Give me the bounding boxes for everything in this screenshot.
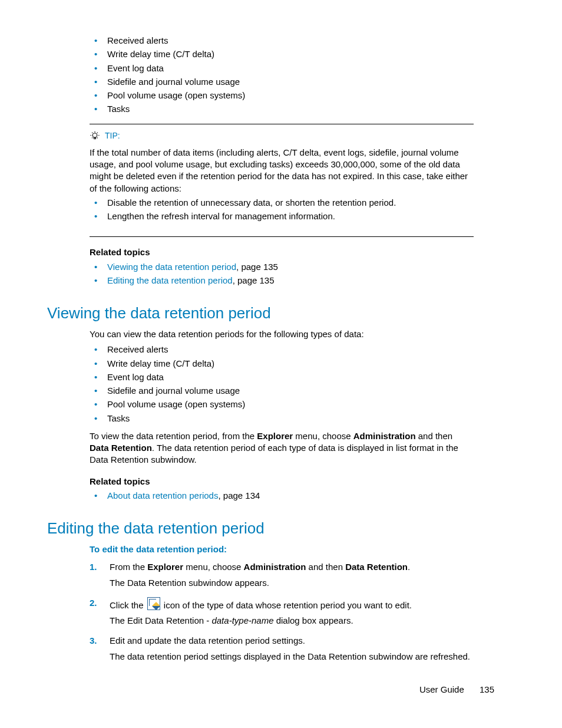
list-item: Sidefile and journal volume usage [94, 76, 474, 88]
related-topics-label: Related topics [90, 246, 474, 258]
list-item-text: Event log data [107, 372, 164, 382]
text: and then [306, 562, 345, 572]
text: . [408, 562, 410, 572]
list-item-text: Write delay time (C/T delta) [107, 49, 214, 59]
list-item: Pool volume usage (open systems) [94, 90, 474, 101]
tip-bullet-list: Disable the retention of unnecessary dat… [94, 197, 474, 223]
list-item-text: Tasks [107, 413, 130, 423]
text: menu, choose [293, 431, 353, 441]
text: icon of the type of data whose retention… [161, 600, 412, 610]
text: From the [110, 562, 147, 572]
list-item-text: Pool volume usage (open systems) [107, 90, 245, 100]
list-item-text: Write delay time (C/T delta) [107, 358, 214, 368]
step-result: The Edit Data Retention - data-type-name… [110, 615, 474, 627]
page: Received alerts Write delay time (C/T de… [0, 0, 562, 728]
heading-editing: Editing the data retention period [47, 518, 474, 539]
list-item: Lengthen the refresh interval for manage… [94, 210, 474, 222]
list-item: Editing the data retention period, page … [94, 275, 474, 286]
text: and then [416, 431, 453, 441]
list-item-text: Event log data [107, 63, 164, 73]
link-about-retention[interactable]: About data retention periods [107, 490, 218, 500]
list-item-text: Sidefile and journal volume usage [107, 386, 240, 396]
heading-viewing: Viewing the data retention period [47, 303, 474, 324]
list-item: Event log data [94, 62, 474, 74]
link-viewing-retention[interactable]: Viewing the data retention period [107, 262, 236, 272]
related-topics-label: Related topics [90, 476, 474, 487]
svg-line-6 [92, 137, 92, 138]
related-topics-list: Viewing the data retention period, page … [94, 261, 474, 287]
list-item: Write delay time (C/T delta) [94, 358, 474, 370]
link-editing-retention[interactable]: Editing the data retention period [107, 275, 233, 285]
list-item-text: Tasks [107, 104, 130, 114]
lightbulb-icon [90, 131, 101, 144]
viewing-intro: You can view the data retention periods … [90, 328, 474, 340]
related-topics-list: About data retention periods, page 134 [94, 490, 474, 502]
svg-line-4 [92, 132, 92, 133]
text: Click the [110, 600, 146, 610]
viewing-instruction: To view the data retention period, from … [90, 430, 474, 466]
svg-line-7 [97, 137, 98, 138]
menu-data-retention: Data Retention [90, 443, 152, 453]
link-suffix: , page 135 [233, 275, 275, 285]
list-item-text: Received alerts [107, 344, 168, 354]
step-3: Edit and update the data retention perio… [90, 635, 474, 663]
link-suffix: , page 135 [236, 262, 278, 272]
list-item: Event log data [94, 371, 474, 383]
list-item: Disable the retention of unnecessary dat… [94, 197, 474, 209]
tip-label: TIP: [105, 130, 120, 141]
menu-data-retention: Data Retention [345, 562, 408, 572]
list-item: Viewing the data retention period, page … [94, 261, 474, 273]
menu-explorer: Explorer [257, 431, 293, 441]
list-item-text: Sidefile and journal volume usage [107, 77, 240, 87]
list-item: Sidefile and journal volume usage [94, 385, 474, 397]
edit-icon [147, 597, 160, 610]
step-1: From the Explorer menu, choose Administr… [90, 561, 474, 589]
tip-text: If the total number of data items (inclu… [90, 147, 474, 195]
list-item: Received alerts [94, 35, 474, 47]
list-item-text: Received alerts [107, 35, 168, 45]
step-result: The Data Retention subwindow appears. [110, 577, 474, 589]
menu-administration: Administration [353, 431, 416, 441]
tip-body: If the total number of data items (inclu… [90, 147, 474, 223]
viewing-bullet-list: Received alerts Write delay time (C/T de… [94, 344, 474, 424]
text: To view the data retention period, from … [90, 431, 257, 441]
text: dialog box appears. [274, 615, 353, 625]
text: The Edit Data Retention - [110, 615, 211, 625]
list-item: Received alerts [94, 344, 474, 355]
menu-administration: Administration [244, 562, 306, 572]
step-2: Click the icon of the type of data whose… [90, 597, 474, 627]
doc-title: User Guide [419, 684, 464, 694]
step-result: The data retention period settings displ… [110, 651, 474, 663]
list-item: Pool volume usage (open systems) [94, 398, 474, 410]
list-item: Write delay time (C/T delta) [94, 48, 474, 60]
list-item-text: Pool volume usage (open systems) [107, 399, 245, 409]
page-footer: User Guide 135 [419, 684, 494, 696]
list-item: Tasks [94, 103, 474, 115]
tip-box: TIP: If the total number of data items (… [90, 124, 474, 238]
list-item-text: Lengthen the refresh interval for manage… [107, 211, 335, 221]
list-item-text: Disable the retention of unnecessary dat… [107, 197, 396, 207]
procedure-title: To edit the data retention period: [90, 543, 474, 555]
page-number: 135 [480, 684, 494, 694]
text: menu, choose [183, 562, 244, 572]
list-item: Tasks [94, 413, 474, 424]
list-item: About data retention periods, page 134 [94, 490, 474, 502]
intro-bullet-list: Received alerts Write delay time (C/T de… [94, 35, 474, 116]
link-suffix: , page 134 [218, 490, 260, 500]
text: Edit and update the data retention perio… [110, 635, 305, 645]
procedure-steps: From the Explorer menu, choose Administr… [90, 561, 474, 663]
placeholder-data-type-name: data-type-name [211, 615, 273, 625]
menu-explorer: Explorer [147, 562, 183, 572]
svg-rect-8 [94, 137, 96, 139]
svg-point-0 [92, 133, 97, 137]
svg-line-5 [97, 132, 98, 133]
tip-header: TIP: [90, 130, 474, 144]
